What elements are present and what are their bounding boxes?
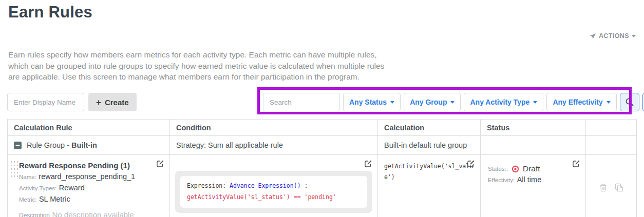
- search-input[interactable]: [263, 93, 340, 111]
- group-actions-cell: [586, 136, 636, 154]
- chevron-down-icon: [390, 101, 394, 104]
- drag-handle[interactable]: [10, 160, 18, 179]
- group-calculation: Built-in default rule group: [378, 136, 481, 154]
- chevron-down-icon: [533, 101, 537, 104]
- edit-icon: [156, 160, 164, 168]
- column-header-status: Status: [481, 120, 586, 135]
- filter-bar: Any Status Any Group Any Activity Type A…: [263, 93, 644, 111]
- rule-cell-status: Status:: Draft Effectivity: All time: [481, 155, 586, 217]
- expression-label: Expression:: [187, 182, 230, 189]
- expression-separator: :: [301, 182, 308, 189]
- rule-cell-actions: [586, 155, 636, 217]
- column-header-calculation-rule: Calculation Rule: [8, 120, 170, 135]
- edit-rule-button[interactable]: [156, 160, 164, 168]
- draft-status-icon: [512, 165, 519, 173]
- column-header-actions: [586, 120, 636, 135]
- rule-cell-calculation: getActivityValue('sl_value'): [378, 155, 481, 217]
- group-name-prefix: Rule Group -: [27, 141, 71, 149]
- filter-any-effectivity-label: Any Effectivity: [553, 98, 602, 106]
- effectivity-value: All time: [517, 175, 542, 184]
- rule-cell-main: Reward Response Pending (1) Name: reward…: [8, 155, 170, 217]
- filter-any-group[interactable]: Any Group: [404, 93, 461, 111]
- filter-any-activity-type-label: Any Activity Type: [470, 98, 529, 106]
- earn-rules-page: Earn Rules ACTIONS Earn rules specify ho…: [0, 0, 644, 217]
- collapse-group-icon[interactable]: [14, 142, 22, 149]
- filter-any-group-label: Any Group: [410, 98, 447, 106]
- clear-search-button[interactable]: ✖: [642, 93, 644, 111]
- rule-metric-label: Metric:: [19, 196, 37, 203]
- group-name: Rule Group - Built-in: [27, 141, 97, 149]
- chevron-down-icon: [607, 101, 611, 104]
- chevron-down-icon: [450, 101, 454, 104]
- plus-icon: +: [96, 98, 101, 107]
- condition-expression-box: Expression: Advance Expression() : getAc…: [175, 171, 372, 213]
- create-button[interactable]: + Create: [88, 93, 137, 111]
- rule-description-label: Description: [19, 212, 50, 217]
- column-header-calculation: Calculation: [378, 120, 481, 135]
- create-button-label: Create: [105, 98, 129, 107]
- rule-metric-value: SL Metric: [39, 195, 70, 203]
- rule-activity-types-value: Reward: [59, 184, 85, 192]
- earn-rules-table: Calculation Rule Condition Calculation S…: [7, 119, 637, 217]
- actions-menu-label: ACTIONS: [599, 32, 629, 40]
- rule-description-value: No description available: [52, 210, 134, 217]
- edit-icon: [364, 160, 372, 168]
- delete-icon[interactable]: [599, 183, 607, 192]
- page-title: Earn Rules: [8, 3, 92, 22]
- column-header-condition: Condition: [170, 120, 378, 135]
- filter-any-effectivity[interactable]: Any Effectivity: [546, 93, 616, 111]
- table-header-row: Calculation Rule Condition Calculation S…: [8, 120, 636, 136]
- rule-name-label: Name:: [19, 174, 36, 180]
- expression-keyword: Advance Expression(): [230, 182, 300, 189]
- effectivity-label: Effectivity:: [488, 177, 515, 183]
- chevron-down-icon: [632, 35, 636, 37]
- rule-cell-condition: Expression: Advance Expression() : getAc…: [170, 155, 378, 217]
- edit-icon: [467, 160, 475, 168]
- group-strategy: Strategy: Sum all applicable rule: [170, 136, 378, 154]
- rule-row: Reward Response Pending (1) Name: reward…: [8, 155, 636, 217]
- rule-title: Reward Response Pending (1): [19, 161, 163, 170]
- group-name-bold: Built-in: [71, 141, 97, 149]
- rule-name-value: reward_response_pending_1: [39, 172, 135, 181]
- page-description: Earn rules specify how members earn metr…: [8, 49, 385, 83]
- rule-group-row: Rule Group - Built-in Strategy: Sum all …: [8, 136, 636, 155]
- calculation-code: getActivityValue('sl_value'): [384, 161, 481, 182]
- group-status-cell: [481, 136, 586, 154]
- duplicate-icon[interactable]: [615, 183, 623, 192]
- search-icon: [625, 97, 634, 107]
- edit-condition-button[interactable]: [364, 160, 372, 168]
- expression-code: getActivityValue('sl_status') == 'pendin…: [187, 193, 336, 201]
- edit-icon: [572, 160, 580, 168]
- status-label: Status::: [488, 166, 508, 172]
- filter-any-status-label: Any Status: [349, 98, 387, 106]
- filter-any-status[interactable]: Any Status: [343, 93, 401, 111]
- search-button[interactable]: [620, 93, 639, 111]
- rule-activity-types-label: Activity Types:: [19, 185, 56, 191]
- edit-status-button[interactable]: [572, 160, 580, 168]
- filter-any-activity-type[interactable]: Any Activity Type: [464, 93, 543, 111]
- paper-plane-icon: [590, 33, 596, 40]
- actions-menu[interactable]: ACTIONS: [590, 32, 636, 40]
- status-value: Draft: [523, 164, 540, 173]
- display-name-input[interactable]: [7, 93, 84, 111]
- edit-calculation-button[interactable]: [467, 160, 475, 168]
